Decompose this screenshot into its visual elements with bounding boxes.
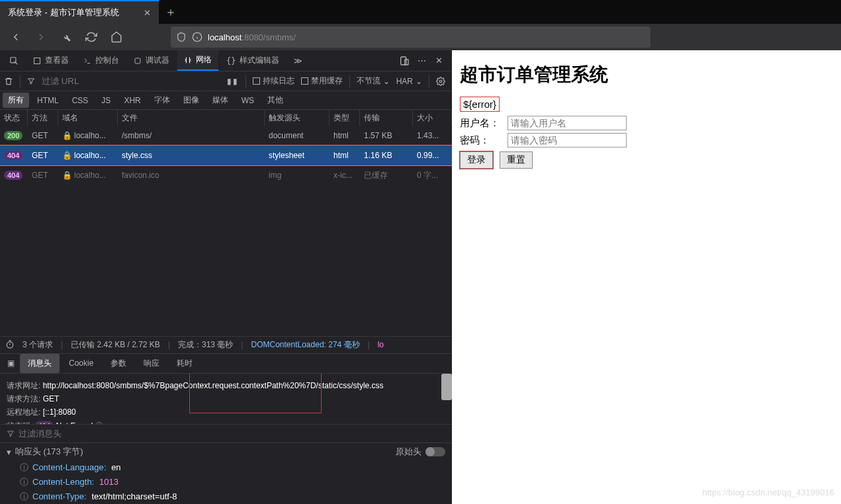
url-text: localhost:8080/smbms/ (208, 32, 296, 42)
username-input[interactable] (508, 116, 627, 130)
type-css[interactable]: CSS (67, 94, 94, 107)
error-box: ${error} (460, 97, 500, 112)
forward-button[interactable] (30, 26, 52, 48)
network-filter-row: ▮▮ 持续日志 禁用缓存 不节流⌄ HAR⌄ (0, 71, 452, 91)
tab-headers[interactable]: 消息头 (20, 354, 60, 373)
request-list: 200GET🔒localho.../smbms/documenthtml1.57… (0, 126, 452, 185)
request-row[interactable]: 404GET🔒localho...favicon.icoimgx-ic...已缓… (0, 165, 452, 185)
tabs-overflow-icon[interactable]: ≫ (287, 50, 309, 71)
home-button[interactable] (106, 26, 127, 48)
username-label: 用户名： (460, 117, 508, 130)
filter-headers-row (0, 424, 452, 442)
password-input[interactable] (508, 133, 627, 147)
har-select[interactable]: HAR⌄ (396, 77, 422, 86)
details-back-icon[interactable]: ▣ (3, 358, 19, 368)
response-header-item: ⓘContent-Language: en (0, 460, 452, 475)
request-details: ▣ 消息头 Cookie 参数 响应 耗时 请求网址: http://local… (0, 353, 452, 505)
reload-button[interactable] (81, 26, 102, 48)
svg-rect-4 (401, 57, 406, 65)
pause-icon[interactable]: ▮▮ (227, 77, 239, 86)
network-summary: 3 个请求| 已传输 2.42 KB / 2.72 KB| 完成：313 毫秒|… (0, 336, 452, 353)
type-all[interactable]: 所有 (3, 93, 29, 108)
browser-nav-bar: localhost:8080/smbms/ (0, 24, 841, 50)
tab-debugger[interactable]: 调试器 (127, 50, 176, 71)
svg-rect-2 (34, 58, 40, 63)
devtools-tabs: 查看器 控制台 调试器 网络 {}样式编辑器 ≫ ⋯ ✕ (0, 50, 452, 71)
shield-icon[interactable] (176, 32, 187, 42)
type-filter-row: 所有 HTML CSS JS XHR 字体 图像 媒体 WS 其他 (0, 91, 452, 110)
browser-tab-strip: 系统登录 - 超市订单管理系统 ✕ ＋ (0, 0, 841, 24)
help-icon[interactable]: ⓘ (20, 477, 28, 487)
svg-point-6 (439, 80, 442, 83)
back-button[interactable] (5, 26, 26, 48)
help-icon[interactable]: ⓘ (20, 491, 28, 501)
type-other[interactable]: 其他 (262, 93, 288, 108)
devtools-close-icon[interactable]: ✕ (433, 56, 444, 66)
tab-params[interactable]: 参数 (103, 354, 134, 373)
response-header-item: ⓘContent-Type: text/html;charset=utf-8 (0, 489, 452, 504)
close-icon[interactable]: ✕ (144, 8, 151, 18)
filter-headers-input[interactable] (19, 429, 151, 439)
response-headers-toggle[interactable]: ▾ 响应头 (173 字节) 原始头 (0, 442, 452, 460)
type-xhr[interactable]: XHR (118, 94, 146, 107)
page-content: 超市订单管理系统 ${error} 用户名： 密码： 登录 重置 https:/… (452, 50, 841, 504)
raw-toggle[interactable] (425, 447, 445, 456)
tab-title: 系统登录 - 超市订单管理系统 (8, 7, 137, 19)
type-img[interactable]: 图像 (178, 93, 204, 108)
filter-url-input[interactable] (42, 76, 108, 86)
wrench-icon[interactable] (56, 26, 77, 48)
type-media[interactable]: 媒体 (207, 93, 234, 108)
devtools-panel: 查看器 控制台 调试器 网络 {}样式编辑器 ≫ ⋯ ✕ ▮▮ (0, 50, 452, 504)
persist-log-checkbox[interactable]: 持续日志 (253, 75, 294, 87)
svg-rect-3 (135, 58, 140, 63)
throttle-select[interactable]: 不节流⌄ (357, 75, 390, 87)
type-js[interactable]: JS (96, 94, 116, 107)
request-row[interactable]: 404GET🔒localho...style.cssstylesheethtml… (0, 146, 452, 165)
response-header-item: ⓘContent-Length: 1013 (0, 475, 452, 489)
password-label: 密码： (460, 134, 508, 147)
disable-cache-checkbox[interactable]: 禁用缓存 (301, 75, 343, 87)
type-html[interactable]: HTML (32, 94, 64, 107)
type-ws[interactable]: WS (236, 94, 259, 107)
svg-point-7 (7, 342, 13, 348)
clear-icon[interactable] (4, 77, 13, 86)
tab-timings[interactable]: 耗时 (169, 354, 200, 373)
tab-cookies[interactable]: Cookie (61, 355, 101, 372)
type-font[interactable]: 字体 (149, 93, 175, 108)
tab-console[interactable]: 控制台 (77, 50, 126, 71)
tab-response[interactable]: 响应 (136, 354, 167, 373)
browser-tab[interactable]: 系统登录 - 超市订单管理系统 ✕ (0, 0, 159, 24)
inspector-pick-icon[interactable] (3, 50, 25, 71)
help-icon[interactable]: ⓘ (95, 421, 103, 424)
scroll-indicator[interactable] (441, 374, 452, 400)
info-icon[interactable] (192, 32, 202, 42)
tab-inspector[interactable]: 查看器 (26, 50, 75, 71)
login-button[interactable]: 登录 (460, 151, 493, 169)
gear-icon[interactable] (436, 77, 445, 86)
watermark: https://blog.csdn.net/qq_43199016 (703, 487, 835, 497)
url-bar[interactable]: localhost:8080/smbms/ (171, 26, 650, 48)
filter-icon[interactable] (7, 430, 15, 438)
new-tab-button[interactable]: ＋ (159, 0, 183, 24)
filter-icon[interactable] (27, 77, 35, 85)
tab-network[interactable]: 网络 (177, 50, 218, 71)
stopwatch-icon[interactable] (5, 340, 15, 349)
page-title: 超市订单管理系统 (460, 62, 833, 87)
request-table-header: 状态 方法 域名 文件 触发源头 类型 传输 大小 (0, 110, 452, 126)
kebab-menu-icon[interactable]: ⋯ (416, 56, 427, 66)
svg-rect-5 (405, 60, 408, 65)
headers-body: 请求网址: http://localhost:8080/smbms/$%7Bpa… (0, 374, 452, 425)
help-icon[interactable]: ⓘ (20, 462, 28, 472)
tab-style-editor[interactable]: {}样式编辑器 (220, 50, 286, 71)
request-row[interactable]: 200GET🔒localho.../smbms/documenthtml1.57… (0, 126, 452, 146)
responsive-icon[interactable] (399, 56, 410, 66)
reset-button[interactable]: 重置 (500, 151, 533, 169)
